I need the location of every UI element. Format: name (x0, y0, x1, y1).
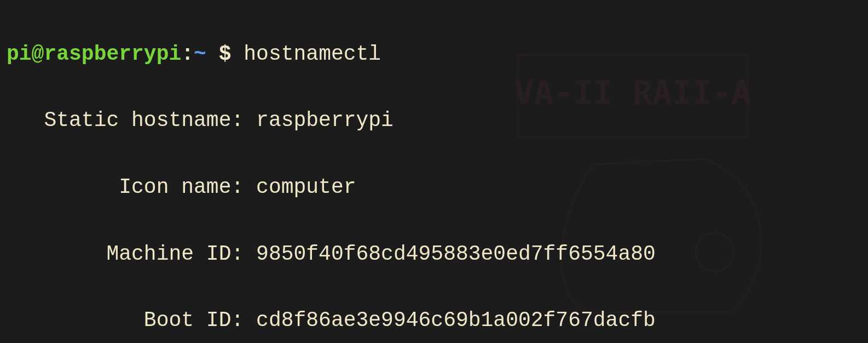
output-label: Static hostname: (7, 108, 244, 132)
terminal-output[interactable]: pi@raspberrypi:~ $ hostnamectl Static ho… (7, 4, 861, 343)
command-text: hostnamectl (244, 42, 381, 66)
output-value: raspberrypi (244, 108, 394, 132)
prompt-colon: : (181, 42, 194, 66)
output-label: Machine ID: (7, 242, 244, 266)
output-label: Icon name: (7, 175, 244, 199)
prompt-user-host: pi@raspberrypi (7, 42, 181, 66)
output-row: Static hostname: raspberrypi (7, 104, 861, 138)
output-row: Machine ID: 9850f40f68cd495883e0ed7ff655… (7, 238, 861, 271)
output-value: computer (244, 175, 356, 199)
output-label: Boot ID: (7, 308, 244, 332)
prompt-line-1: pi@raspberrypi:~ $ hostnamectl (7, 38, 861, 71)
prompt-path: ~ (194, 42, 206, 66)
output-value: 9850f40f68cd495883e0ed7ff6554a80 (244, 242, 656, 266)
output-row: Boot ID: cd8f86ae3e9946c69b1a002f767dacf… (7, 304, 861, 338)
prompt-dollar: $ (206, 42, 244, 66)
output-row: Icon name: computer (7, 171, 861, 204)
output-value: cd8f86ae3e9946c69b1a002f767dacfb (244, 308, 656, 332)
